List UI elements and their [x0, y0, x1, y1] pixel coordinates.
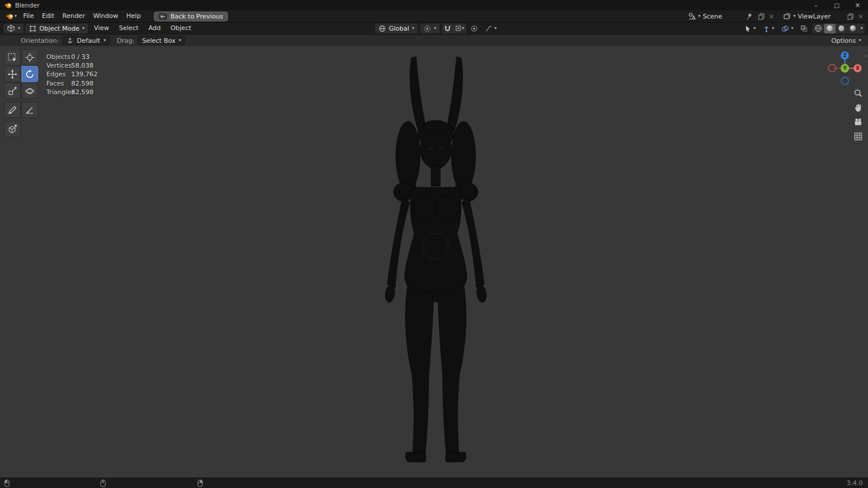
chevron-down-icon: ▾: [434, 26, 436, 31]
chevron-down-icon: ▾: [494, 26, 496, 31]
viewport-3d[interactable]: Objects 0 / 33 Vertices 58,038 Edges 139…: [0, 46, 868, 478]
new-scene-button[interactable]: [756, 13, 767, 20]
menu-window[interactable]: Window: [89, 12, 122, 21]
menu-render[interactable]: Render: [58, 12, 89, 21]
proportional-falloff-dropdown[interactable]: ▾: [483, 24, 499, 34]
cursor-3d-icon: [25, 53, 35, 62]
snap-toggle[interactable]: [442, 24, 453, 34]
menu-select[interactable]: Select: [115, 24, 142, 33]
proportional-editing-toggle[interactable]: [468, 24, 480, 34]
chevron-down-icon: ▾: [753, 26, 756, 31]
solid-sphere-icon: [826, 24, 834, 32]
mouse-left-icon: [4, 479, 10, 487]
chevron-down-icon: ▾: [14, 14, 17, 19]
tool-select-box[interactable]: [4, 49, 21, 65]
scene-viewlayer-area: ▾ Scene × ▾: [686, 12, 865, 20]
blender-logo-icon: [4, 2, 12, 9]
falloff-curve-icon: [485, 25, 492, 32]
shading-solid-button[interactable]: [824, 24, 836, 34]
snap-settings-dropdown[interactable]: ▾: [453, 24, 466, 34]
remove-viewlayer-button[interactable]: ×: [857, 13, 865, 20]
transform-orientation-dropdown[interactable]: Global ▾: [375, 24, 418, 34]
duplicate-icon: [757, 13, 765, 20]
proportional-edit-icon: [470, 25, 478, 32]
navigation-gizmo[interactable]: Z X Y: [826, 50, 863, 87]
tool-add-cube[interactable]: [4, 121, 21, 137]
minimize-button[interactable]: –: [806, 0, 826, 10]
app-menu-button[interactable]: ▾: [3, 13, 19, 20]
tool-rotate[interactable]: [21, 66, 38, 82]
ortho-grid-button[interactable]: [853, 131, 863, 142]
options-dropdown[interactable]: Options ▾: [832, 37, 861, 45]
tool-move[interactable]: [4, 66, 21, 82]
stat-label: Faces: [46, 80, 71, 87]
shading-wireframe-button[interactable]: [812, 24, 824, 34]
viewlayer-selector[interactable]: ▾ ViewLayer: [781, 12, 844, 20]
scene-pin-button[interactable]: [744, 13, 755, 20]
shading-dropdown[interactable]: ▾: [859, 24, 865, 34]
menu-view[interactable]: View: [90, 24, 113, 33]
mode-dropdown[interactable]: Object Mode ▾: [25, 24, 88, 34]
tool-transform[interactable]: [21, 83, 38, 99]
maximize-button[interactable]: □: [826, 0, 847, 10]
mouse-right-icon: [197, 479, 203, 487]
measure-icon: [25, 105, 35, 115]
menu-file[interactable]: File: [19, 12, 38, 21]
menu-add[interactable]: Add: [144, 24, 164, 33]
drag-dropdown[interactable]: Select Box ▾: [138, 36, 185, 45]
snap-group: ▾: [442, 24, 466, 34]
orientation-field-label: Orientation:: [21, 37, 59, 45]
chevron-down-icon: ▾: [791, 26, 793, 31]
overlays-icon: [781, 25, 789, 32]
orientation-dropdown[interactable]: Default ▾: [62, 36, 110, 45]
mode-label: Object Mode: [39, 25, 79, 32]
scene-selector[interactable]: ▾ Scene: [686, 12, 743, 20]
stat-value: 82,598: [71, 88, 98, 96]
menu-edit[interactable]: Edit: [38, 12, 58, 21]
viewlayer-name[interactable]: ViewLayer: [798, 13, 842, 20]
pan-tool-button[interactable]: [853, 102, 863, 113]
tool-annotate[interactable]: [4, 102, 21, 118]
menu-object[interactable]: Object: [167, 24, 196, 33]
zoom-tool-button[interactable]: [853, 88, 863, 98]
xray-toggle[interactable]: [798, 24, 810, 34]
stat-label: Edges: [46, 71, 71, 78]
sidebar-toggle[interactable]: ‹: [863, 52, 868, 60]
editor-type-button[interactable]: ▾: [3, 24, 24, 34]
chevron-down-icon: ▾: [698, 14, 701, 19]
orientation-label: Global: [389, 25, 409, 32]
hand-icon: [854, 103, 863, 112]
wireframe-sphere-icon: [814, 24, 822, 32]
show-overlays-toggle[interactable]: ▾: [779, 24, 796, 34]
camera-view-button[interactable]: [853, 117, 863, 127]
axis-z-label: Z: [843, 53, 847, 58]
unlink-scene-button[interactable]: ×: [768, 13, 775, 20]
show-gizmo-toggle[interactable]: ▾: [760, 24, 777, 34]
toolbar: [4, 49, 38, 138]
selectability-visibility-dropdown[interactable]: ▾: [742, 24, 758, 34]
model-wireframe[interactable]: [376, 54, 492, 466]
editor-3d-viewport-icon: [7, 24, 15, 32]
close-button[interactable]: ×: [847, 0, 868, 10]
tool-scale[interactable]: [4, 83, 21, 99]
axis-x-label: X: [856, 65, 860, 71]
chevron-down-icon: ▾: [772, 26, 774, 31]
window-title: Blender: [15, 2, 40, 9]
shading-material-button[interactable]: [836, 24, 847, 34]
tool-measure[interactable]: [21, 102, 38, 118]
chevron-down-icon: ▾: [859, 38, 861, 43]
scene-name[interactable]: Scene: [703, 13, 741, 20]
stats-overlay: Objects 0 / 33 Vertices 58,038 Edges 139…: [46, 53, 98, 96]
new-viewlayer-button[interactable]: [845, 13, 856, 20]
transform-icon: [25, 86, 35, 96]
shading-rendered-button[interactable]: [847, 24, 859, 34]
back-to-previous-button[interactable]: Back to Previous: [154, 12, 227, 21]
viewport-header: ▾ Object Mode ▾ View Select Add Object: [0, 22, 868, 34]
chevron-down-icon: ▾: [793, 14, 796, 19]
snap-target-icon: [455, 25, 462, 32]
tool-cursor[interactable]: [21, 49, 38, 65]
pivot-point-dropdown[interactable]: ▾: [420, 24, 440, 34]
stat-value: 82,598: [71, 80, 98, 87]
add-cube-icon: [8, 124, 17, 134]
menu-help[interactable]: Help: [122, 12, 145, 21]
